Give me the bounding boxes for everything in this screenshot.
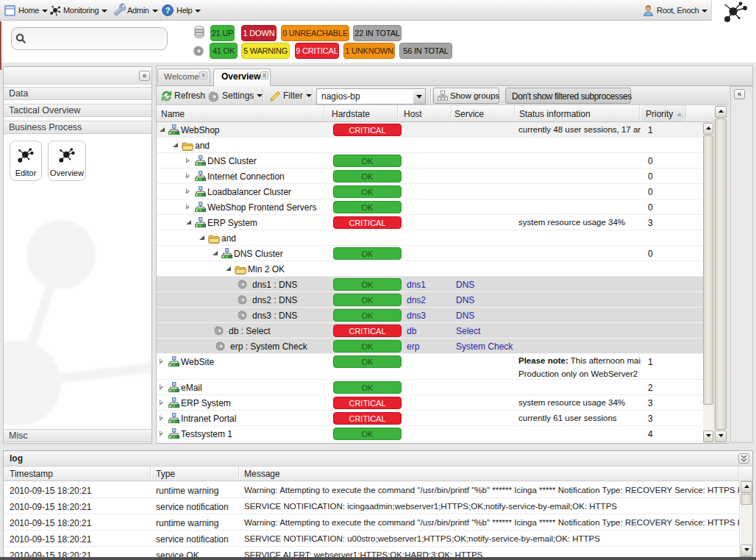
svg-text:?: ? [165, 6, 171, 15]
